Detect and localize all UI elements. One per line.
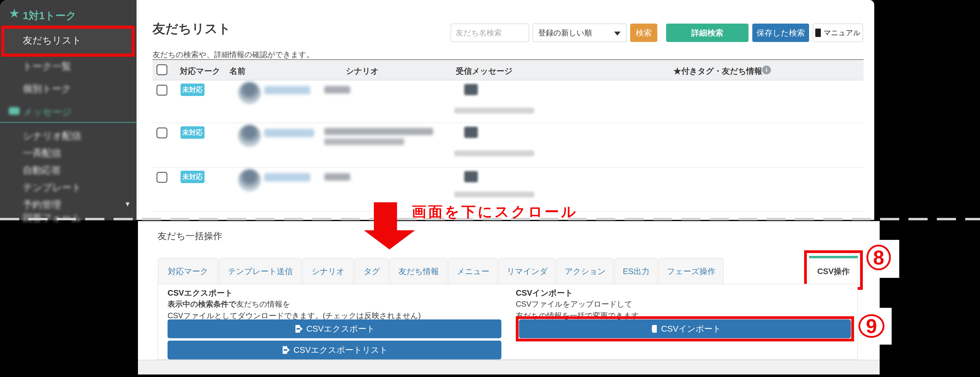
tab-phase-operation[interactable]: フェーズ操作 <box>659 258 724 284</box>
sidebar-item-1on1-talk[interactable]: 1対1トーク <box>23 9 76 23</box>
csv-import-button-label: CSVインポート <box>661 323 721 334</box>
tab-action[interactable]: アクション <box>557 258 614 284</box>
timestamp-blurred <box>454 150 534 156</box>
timestamp-blurred <box>454 108 534 113</box>
scenario-blurred <box>324 138 404 145</box>
csv-import-button[interactable]: CSVインポート <box>519 320 851 338</box>
screenshot-canvas: ★ 1対1トーク 友だちリスト トーク一覧 個別トーク メッセージ シナリオ配信… <box>0 0 980 377</box>
scenario-blurred <box>324 173 350 181</box>
status-badge: 未対応 <box>181 84 205 96</box>
csv-export-list-button[interactable]: CSVエクスポートリスト <box>167 340 501 360</box>
chevron-down-icon: ▾ <box>126 199 130 208</box>
page-subtitle: 友だちの検索や、詳細情報の確認ができます。 <box>153 49 314 60</box>
tab-scenario[interactable]: シナリオ <box>302 258 354 284</box>
friend-name-blurred <box>264 129 314 137</box>
csv-export-desc-1: 表示中の検索条件で友だちの情報を <box>167 299 290 309</box>
csv-export-button[interactable]: CSVエクスポート <box>167 320 501 338</box>
avatar <box>238 169 261 191</box>
info-icon[interactable]: i <box>762 65 771 74</box>
sidebar-divider <box>0 122 137 123</box>
bulk-operation-title: 友だち一括操作 <box>158 230 222 242</box>
friend-name-blurred <box>264 86 310 94</box>
csv-export-button-label: CSVエクスポート <box>306 323 375 334</box>
tab-friend-info[interactable]: 友だち情報 <box>390 258 447 284</box>
row-checkbox[interactable] <box>156 172 167 183</box>
csv-export-desc-bold: 表示中の検索条件で <box>167 300 236 308</box>
avatar <box>238 125 261 147</box>
avatar <box>238 82 261 104</box>
column-header-status: 対応マーク <box>180 65 220 76</box>
tab-template-send[interactable]: テンプレート送信 <box>219 258 301 284</box>
advanced-search-button[interactable]: 詳細検索 <box>666 24 748 42</box>
window-footer <box>138 360 880 375</box>
step-8-badge: 8 <box>867 245 891 270</box>
sidebar-item-friend-list[interactable]: 友だちリスト <box>23 34 81 47</box>
tab-tag[interactable]: タグ <box>355 258 389 284</box>
saved-search-button[interactable]: 保存した検索 <box>752 24 809 42</box>
message-icon <box>9 107 19 115</box>
row-checkbox[interactable] <box>156 85 167 95</box>
scroll-arrow-shaft <box>374 202 397 231</box>
csv-import-desc-1: CSVファイルをアップロードして <box>516 299 632 309</box>
sidebar-item-scenario-delivery[interactable]: シナリオ配信 <box>23 129 81 142</box>
scroll-annotation: 画面を下にスクロール <box>412 202 578 221</box>
manual-button[interactable]: マニュアル <box>813 24 863 42</box>
column-header-scenario: シナリオ <box>346 65 379 76</box>
select-all-checkbox[interactable] <box>156 64 167 75</box>
row-checkbox[interactable] <box>156 127 167 138</box>
file-import-icon <box>649 324 658 333</box>
sidebar-item-auto-reply[interactable]: 自動応答 <box>23 164 61 177</box>
row-divider <box>153 123 864 123</box>
friend-name-blurred <box>264 173 310 181</box>
tab-es-output[interactable]: ES出力 <box>614 258 658 284</box>
row-divider <box>153 167 864 167</box>
page-title: 友だちリスト <box>153 20 231 37</box>
status-badge: 未対応 <box>181 126 205 139</box>
manual-button-label: マニュアル <box>824 28 861 38</box>
csv-export-list-button-label: CSVエクスポートリスト <box>293 344 388 356</box>
sidebar-item-broadcast[interactable]: 一斉配信 <box>23 147 61 159</box>
step-9-badge: 9 <box>858 314 885 338</box>
search-button[interactable]: 検索 <box>630 24 657 42</box>
csv-export-desc-rest: 友だちの情報を <box>236 300 290 308</box>
tab-menu[interactable]: メニュー <box>448 258 498 284</box>
scroll-arrow-head <box>364 230 415 250</box>
sidebar-item-message[interactable]: メッセージ <box>23 105 72 118</box>
sidebar: ★ 1対1トーク 友だちリスト トーク一覧 個別トーク メッセージ シナリオ配信… <box>0 0 137 220</box>
star-icon: ★ <box>9 6 20 21</box>
received-message-blurred <box>464 127 478 138</box>
tab-status-mark[interactable]: 対応マーク <box>158 258 218 284</box>
csv-export-heading: CSVエクスポート <box>167 288 233 298</box>
search-input[interactable] <box>450 24 529 42</box>
book-icon <box>815 29 821 37</box>
sort-select-value: 登録の新しい順 <box>538 28 592 38</box>
sidebar-item-talk-list[interactable]: トーク一覧 <box>23 60 71 73</box>
sort-select[interactable]: 登録の新しい順 <box>533 24 627 42</box>
scenario-blurred <box>324 128 433 135</box>
sidebar-item-individual-talk[interactable]: 個別トーク <box>23 82 71 95</box>
csv-import-heading: CSVインポート <box>516 288 573 298</box>
tab-reminder[interactable]: リマインダ <box>499 258 556 284</box>
received-message-blurred <box>464 84 478 95</box>
timestamp-blurred <box>454 191 534 197</box>
column-header-name: 名前 <box>229 65 245 76</box>
sidebar-item-template[interactable]: テンプレート <box>23 181 81 194</box>
file-export-icon <box>294 324 303 333</box>
status-badge: 未対応 <box>181 171 205 183</box>
scenario-blurred <box>324 86 350 94</box>
column-header-received: 受信メッセージ <box>456 65 512 76</box>
received-message-blurred <box>464 171 478 182</box>
column-header-tags: ★付きタグ・友だち情報 <box>673 65 762 76</box>
sidebar-item-reservation[interactable]: 予約管理 <box>23 198 61 211</box>
file-export-icon <box>281 345 290 355</box>
select-caret-icon <box>614 32 620 36</box>
